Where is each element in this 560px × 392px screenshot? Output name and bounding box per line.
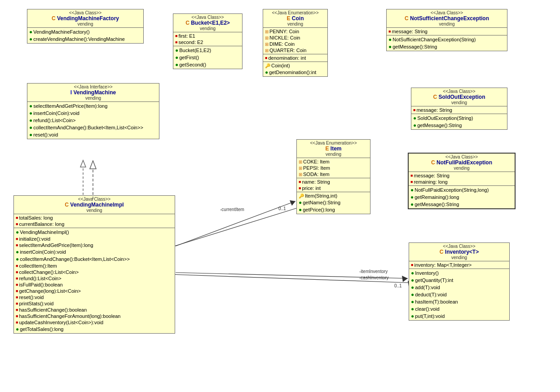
visibility-icon: ■ <box>16 222 18 226</box>
classname: C VendingMachineImpl <box>16 202 173 208</box>
method-item: ●collectItemAndChange():Bucket<Item,List… <box>16 255 173 263</box>
visibility-icon: ■ <box>16 216 18 220</box>
visibility-icon: ■ <box>388 29 391 34</box>
visibility-icon: ● <box>175 54 178 61</box>
method-item: 🔑Item(String,int) <box>299 193 368 199</box>
visibility-icon: ● <box>413 115 416 121</box>
enum-icon: ⊞ <box>299 166 302 171</box>
package: vending <box>29 22 141 26</box>
package: vending <box>299 152 368 157</box>
visibility-icon: ■ <box>16 276 18 281</box>
visibility-icon: ■ <box>175 40 177 44</box>
visibility-icon: ● <box>29 132 32 138</box>
methods-section: ●Bucket(E1,E2) ●getFirst() ●getSecond() <box>173 46 242 69</box>
package: vending <box>29 96 157 101</box>
method-item: ●getMessage():String <box>388 43 505 50</box>
method-item: ■collectItem():Item <box>16 263 173 269</box>
key-icon: 🔑 <box>299 194 304 198</box>
methods-section: ●NotSufficientChangeException(String) ●g… <box>387 35 507 51</box>
visibility-icon: ■ <box>265 56 267 60</box>
class-header: <<Java Class>> C Inventory<T> vending <box>409 243 509 261</box>
method-item: ●getMessage():String <box>413 122 505 129</box>
stereotype: <<Java Class>> <box>175 15 240 20</box>
label-mult: 0..1 <box>394 283 402 288</box>
package: vending <box>410 166 513 171</box>
fields-section: ■message: String <box>387 28 507 35</box>
visibility-icon: ● <box>299 199 302 206</box>
visibility-icon: ■ <box>299 186 301 190</box>
method-item: ●getMessage():String <box>410 201 513 208</box>
field-item: ■name: String <box>299 179 368 185</box>
svg-marker-7 <box>90 161 96 169</box>
stereotype: <<Java Class>> <box>410 154 513 159</box>
method-item: ●add(T):void <box>411 284 507 291</box>
enum-icon: ⊞ <box>265 35 269 40</box>
method-item: ●getSecond() <box>175 61 240 68</box>
label-cashinventory: -cashInventory <box>359 275 389 280</box>
enum-icon: ⊞ <box>299 159 302 164</box>
svg-marker-11 <box>402 276 408 282</box>
field-item: ■inventory: Map<T,Integer> <box>411 262 507 268</box>
visibility-icon: ■ <box>16 301 18 306</box>
visibility-icon: ● <box>299 207 302 213</box>
visibility-icon: ■ <box>16 314 18 318</box>
visibility-icon: ● <box>411 299 414 305</box>
method-item: ●getRemaining():long <box>410 194 513 201</box>
stereotype: <<Java Class>> <box>413 89 505 94</box>
stereotype: <<Java Class>> <box>388 10 505 15</box>
classname: I VendingMachine <box>29 89 157 96</box>
method-item: ●reset():void <box>29 131 157 138</box>
visibility-icon: ■ <box>16 243 18 247</box>
class-item: <<Java Enumeration>> E Item vending ⊞COK… <box>296 139 370 214</box>
stereotype: <<Java Class>> <box>411 244 507 249</box>
visibility-icon: ■ <box>175 34 177 38</box>
key-icon: 🔑 <box>265 63 270 68</box>
class-inventory: <<Java Class>> C Inventory<T> vending ■i… <box>409 242 510 321</box>
classname: C Inventory<T> <box>411 249 507 255</box>
visibility-icon: ■ <box>16 282 18 287</box>
class-icon: C <box>52 15 56 22</box>
method-item: ■reset():void <box>16 294 173 300</box>
visibility-icon: ● <box>410 187 414 193</box>
method-item: ■getChange(long):List<Coin> <box>16 288 173 294</box>
field-item: ■message: String <box>413 107 505 113</box>
stereotype: <<Java Class>> <box>29 10 141 15</box>
svg-line-4 <box>157 274 413 283</box>
methods-section: ●NotFullPaidException(String,long) ●getR… <box>409 186 515 208</box>
visibility-icon: ● <box>16 229 19 235</box>
method-item: ●NotSufficientChangeException(String) <box>388 36 505 43</box>
classname: C Bucket<E1,E2> <box>175 20 240 26</box>
method-item: ●getDenomination():int <box>265 69 326 76</box>
methods-section: 🔑Item(String,int) ●getName():String ●get… <box>297 192 370 214</box>
stereotype: <<Java Enumeration>> <box>265 10 326 15</box>
method-item: ●createVendingMachine():VendingMachine <box>29 35 141 43</box>
class-header: <<Java Class>> C NotSufficientChangeExce… <box>387 9 507 28</box>
visibility-icon: ● <box>16 256 19 262</box>
method-item: ●SoldOutException(String) <box>413 115 505 122</box>
class-notfullpaidexception: <<Java Class>> C NotFullPaidException ve… <box>408 153 516 209</box>
field-item: ■second: E2 <box>175 39 240 45</box>
class-vendingmachine: <<Java Interface>> I VendingMachine vend… <box>27 83 159 139</box>
fields-section: ■first: E1 ■second: E2 <box>173 32 242 46</box>
class-header: <<Java Interface>> I VendingMachine vend… <box>27 84 159 102</box>
visibility-icon: ● <box>175 47 178 53</box>
enums-section: ⊞COKE: Item ⊞PEPSI: Item ⊞SODA: Item <box>297 158 370 178</box>
visibility-icon: ● <box>411 277 414 283</box>
label-currentitem-mult: 0..1 <box>278 206 286 211</box>
package: vending <box>16 208 173 213</box>
visibility-icon: ● <box>29 103 32 109</box>
class-icon: E <box>287 15 290 22</box>
visibility-icon: ■ <box>410 173 413 178</box>
method-item: ■initialize():void <box>16 236 173 242</box>
visibility-icon: ● <box>29 110 32 116</box>
visibility-icon: ● <box>29 124 32 131</box>
class-icon: C <box>65 202 69 208</box>
visibility-icon: ■ <box>410 180 413 184</box>
method-item: ●insertCoin(Coin):void <box>16 248 173 255</box>
classname: C NotFullPaidException <box>410 159 513 166</box>
methods-section: ●SoldOutException(String) ●getMessage():… <box>411 114 507 129</box>
class-header: <<Java Class>> C VendingMachineFactory v… <box>27 9 143 28</box>
method-item: ■hasSufficientChange():boolean <box>16 307 173 313</box>
visibility-icon: ■ <box>16 237 18 241</box>
stereotype: <<Java Interface>> <box>29 84 157 89</box>
